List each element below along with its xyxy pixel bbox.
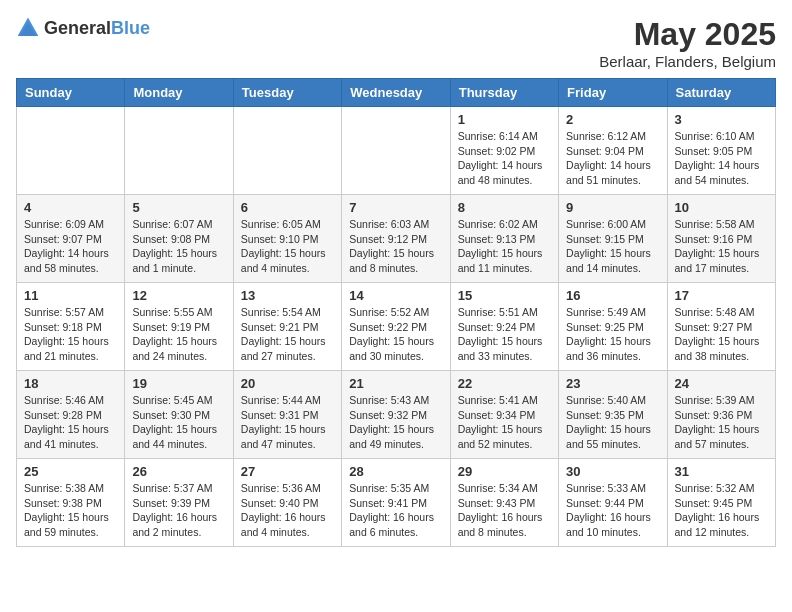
day-cell: 27Sunrise: 5:36 AM Sunset: 9:40 PM Dayli… [233, 459, 341, 547]
day-info: Sunrise: 6:14 AM Sunset: 9:02 PM Dayligh… [458, 129, 551, 188]
day-info: Sunrise: 6:09 AM Sunset: 9:07 PM Dayligh… [24, 217, 117, 276]
day-cell: 11Sunrise: 5:57 AM Sunset: 9:18 PM Dayli… [17, 283, 125, 371]
day-number: 1 [458, 112, 551, 127]
day-cell: 21Sunrise: 5:43 AM Sunset: 9:32 PM Dayli… [342, 371, 450, 459]
day-number: 6 [241, 200, 334, 215]
day-cell: 30Sunrise: 5:33 AM Sunset: 9:44 PM Dayli… [559, 459, 667, 547]
weekday-header-thursday: Thursday [450, 79, 558, 107]
day-info: Sunrise: 5:37 AM Sunset: 9:39 PM Dayligh… [132, 481, 225, 540]
day-cell: 6Sunrise: 6:05 AM Sunset: 9:10 PM Daylig… [233, 195, 341, 283]
day-number: 28 [349, 464, 442, 479]
week-row-1: 1Sunrise: 6:14 AM Sunset: 9:02 PM Daylig… [17, 107, 776, 195]
day-info: Sunrise: 5:33 AM Sunset: 9:44 PM Dayligh… [566, 481, 659, 540]
weekday-header-row: SundayMondayTuesdayWednesdayThursdayFrid… [17, 79, 776, 107]
day-number: 26 [132, 464, 225, 479]
day-cell: 24Sunrise: 5:39 AM Sunset: 9:36 PM Dayli… [667, 371, 775, 459]
day-cell: 9Sunrise: 6:00 AM Sunset: 9:15 PM Daylig… [559, 195, 667, 283]
day-cell [125, 107, 233, 195]
day-cell: 13Sunrise: 5:54 AM Sunset: 9:21 PM Dayli… [233, 283, 341, 371]
day-cell: 20Sunrise: 5:44 AM Sunset: 9:31 PM Dayli… [233, 371, 341, 459]
day-number: 23 [566, 376, 659, 391]
day-number: 16 [566, 288, 659, 303]
day-info: Sunrise: 5:43 AM Sunset: 9:32 PM Dayligh… [349, 393, 442, 452]
day-number: 10 [675, 200, 768, 215]
day-cell: 18Sunrise: 5:46 AM Sunset: 9:28 PM Dayli… [17, 371, 125, 459]
day-cell: 14Sunrise: 5:52 AM Sunset: 9:22 PM Dayli… [342, 283, 450, 371]
day-number: 4 [24, 200, 117, 215]
logo-text-general: General [44, 18, 111, 38]
logo-text-blue: Blue [111, 18, 150, 38]
day-info: Sunrise: 6:10 AM Sunset: 9:05 PM Dayligh… [675, 129, 768, 188]
day-number: 24 [675, 376, 768, 391]
day-cell: 3Sunrise: 6:10 AM Sunset: 9:05 PM Daylig… [667, 107, 775, 195]
day-cell: 16Sunrise: 5:49 AM Sunset: 9:25 PM Dayli… [559, 283, 667, 371]
logo: GeneralBlue [16, 16, 150, 40]
day-number: 12 [132, 288, 225, 303]
day-cell: 17Sunrise: 5:48 AM Sunset: 9:27 PM Dayli… [667, 283, 775, 371]
day-info: Sunrise: 5:44 AM Sunset: 9:31 PM Dayligh… [241, 393, 334, 452]
weekday-header-tuesday: Tuesday [233, 79, 341, 107]
day-number: 17 [675, 288, 768, 303]
day-cell: 15Sunrise: 5:51 AM Sunset: 9:24 PM Dayli… [450, 283, 558, 371]
day-info: Sunrise: 6:00 AM Sunset: 9:15 PM Dayligh… [566, 217, 659, 276]
day-number: 29 [458, 464, 551, 479]
day-info: Sunrise: 5:40 AM Sunset: 9:35 PM Dayligh… [566, 393, 659, 452]
weekday-header-wednesday: Wednesday [342, 79, 450, 107]
day-info: Sunrise: 6:07 AM Sunset: 9:08 PM Dayligh… [132, 217, 225, 276]
day-info: Sunrise: 5:35 AM Sunset: 9:41 PM Dayligh… [349, 481, 442, 540]
day-number: 25 [24, 464, 117, 479]
day-cell: 23Sunrise: 5:40 AM Sunset: 9:35 PM Dayli… [559, 371, 667, 459]
day-info: Sunrise: 5:39 AM Sunset: 9:36 PM Dayligh… [675, 393, 768, 452]
weekday-header-monday: Monday [125, 79, 233, 107]
day-number: 27 [241, 464, 334, 479]
weekday-header-saturday: Saturday [667, 79, 775, 107]
day-cell: 5Sunrise: 6:07 AM Sunset: 9:08 PM Daylig… [125, 195, 233, 283]
page-header: GeneralBlue May 2025 Berlaar, Flanders, … [16, 16, 776, 70]
logo-icon [16, 16, 40, 40]
day-info: Sunrise: 6:03 AM Sunset: 9:12 PM Dayligh… [349, 217, 442, 276]
day-cell: 8Sunrise: 6:02 AM Sunset: 9:13 PM Daylig… [450, 195, 558, 283]
day-number: 5 [132, 200, 225, 215]
day-info: Sunrise: 5:36 AM Sunset: 9:40 PM Dayligh… [241, 481, 334, 540]
day-number: 21 [349, 376, 442, 391]
day-cell: 25Sunrise: 5:38 AM Sunset: 9:38 PM Dayli… [17, 459, 125, 547]
day-info: Sunrise: 5:55 AM Sunset: 9:19 PM Dayligh… [132, 305, 225, 364]
day-cell [342, 107, 450, 195]
day-info: Sunrise: 5:57 AM Sunset: 9:18 PM Dayligh… [24, 305, 117, 364]
day-info: Sunrise: 5:41 AM Sunset: 9:34 PM Dayligh… [458, 393, 551, 452]
day-number: 8 [458, 200, 551, 215]
day-number: 2 [566, 112, 659, 127]
week-row-4: 18Sunrise: 5:46 AM Sunset: 9:28 PM Dayli… [17, 371, 776, 459]
day-cell: 26Sunrise: 5:37 AM Sunset: 9:39 PM Dayli… [125, 459, 233, 547]
day-cell: 7Sunrise: 6:03 AM Sunset: 9:12 PM Daylig… [342, 195, 450, 283]
day-cell: 2Sunrise: 6:12 AM Sunset: 9:04 PM Daylig… [559, 107, 667, 195]
day-number: 9 [566, 200, 659, 215]
week-row-5: 25Sunrise: 5:38 AM Sunset: 9:38 PM Dayli… [17, 459, 776, 547]
day-number: 3 [675, 112, 768, 127]
day-cell: 22Sunrise: 5:41 AM Sunset: 9:34 PM Dayli… [450, 371, 558, 459]
day-number: 30 [566, 464, 659, 479]
day-info: Sunrise: 6:05 AM Sunset: 9:10 PM Dayligh… [241, 217, 334, 276]
day-cell: 4Sunrise: 6:09 AM Sunset: 9:07 PM Daylig… [17, 195, 125, 283]
day-info: Sunrise: 5:46 AM Sunset: 9:28 PM Dayligh… [24, 393, 117, 452]
weekday-header-sunday: Sunday [17, 79, 125, 107]
day-info: Sunrise: 5:51 AM Sunset: 9:24 PM Dayligh… [458, 305, 551, 364]
location-title: Berlaar, Flanders, Belgium [599, 53, 776, 70]
day-number: 31 [675, 464, 768, 479]
day-cell: 12Sunrise: 5:55 AM Sunset: 9:19 PM Dayli… [125, 283, 233, 371]
day-number: 14 [349, 288, 442, 303]
day-info: Sunrise: 5:32 AM Sunset: 9:45 PM Dayligh… [675, 481, 768, 540]
day-cell: 19Sunrise: 5:45 AM Sunset: 9:30 PM Dayli… [125, 371, 233, 459]
day-info: Sunrise: 6:02 AM Sunset: 9:13 PM Dayligh… [458, 217, 551, 276]
title-area: May 2025 Berlaar, Flanders, Belgium [599, 16, 776, 70]
day-cell: 10Sunrise: 5:58 AM Sunset: 9:16 PM Dayli… [667, 195, 775, 283]
day-cell [233, 107, 341, 195]
day-number: 22 [458, 376, 551, 391]
week-row-2: 4Sunrise: 6:09 AM Sunset: 9:07 PM Daylig… [17, 195, 776, 283]
week-row-3: 11Sunrise: 5:57 AM Sunset: 9:18 PM Dayli… [17, 283, 776, 371]
month-title: May 2025 [599, 16, 776, 53]
calendar: SundayMondayTuesdayWednesdayThursdayFrid… [16, 78, 776, 547]
day-number: 7 [349, 200, 442, 215]
day-info: Sunrise: 5:49 AM Sunset: 9:25 PM Dayligh… [566, 305, 659, 364]
day-number: 20 [241, 376, 334, 391]
